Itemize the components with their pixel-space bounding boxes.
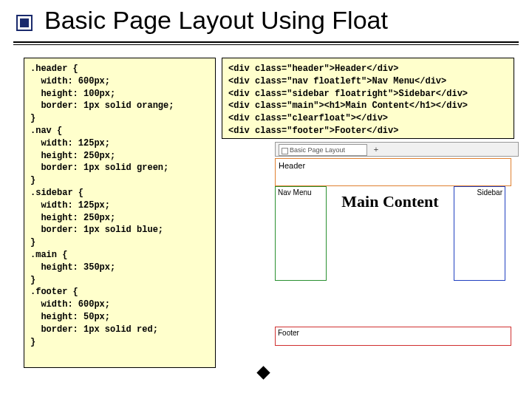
browser-tab: Basic Page Layout: [279, 144, 367, 156]
preview-header: Header: [275, 158, 511, 186]
preview-spacer: [275, 282, 511, 327]
slide: Basic Page Layout Using Float .header { …: [0, 0, 532, 399]
preview-sidebar: Sidebar: [454, 186, 505, 281]
diamond-icon: [256, 366, 270, 379]
browser-tabstrip: Basic Page Layout +: [275, 142, 519, 157]
title-rule: [13, 41, 519, 43]
preview-main: Main Content: [331, 192, 449, 211]
browser-mockup: Basic Page Layout + Header Nav Menu Main…: [275, 142, 519, 371]
page-layout-preview: Header Nav Menu Main Content Sidebar Foo…: [275, 158, 519, 346]
title-bullet-icon: [16, 15, 33, 31]
new-tab-icon: +: [372, 146, 381, 154]
html-code-block: <div class="header">Header</div> <div cl…: [222, 58, 514, 139]
preview-row: Nav Menu Main Content Sidebar: [275, 186, 511, 282]
preview-nav: Nav Menu: [275, 186, 327, 281]
slide-title: Basic Page Layout Using Float: [44, 6, 388, 35]
css-code-block: .header { width: 600px; height: 100px; b…: [24, 58, 216, 368]
title-rule-thin: [13, 44, 519, 45]
preview-footer: Footer: [275, 327, 511, 346]
